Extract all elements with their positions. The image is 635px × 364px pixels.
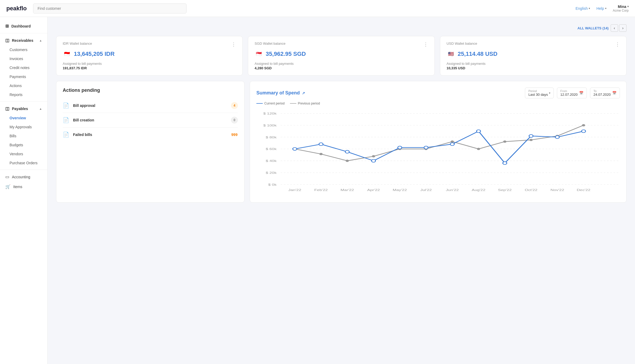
sidebar-item-overview[interactable]: Overview — [5, 113, 47, 122]
idr-flag-icon: 🇮🇩 — [63, 51, 71, 57]
wallet-card-idr: IDR Wallet balance ⋮ 🇮🇩 13,645,205 IDR A… — [56, 36, 243, 76]
sidebar-item-reports[interactable]: Reports — [5, 90, 47, 99]
sidebar-item-accounting[interactable]: ▭ Accounting — [0, 172, 47, 182]
wallet-idr-amount: 🇮🇩 13,645,205 IDR — [63, 51, 236, 57]
wallet-sgd-amount: 🇸🇬 35,962.95 SGD — [255, 51, 428, 57]
svg-text:$ 80k: $ 80k — [266, 135, 277, 139]
wallet-card-usd: USD Wallet balance ⋮ 🇺🇸 25,114.48 USD As… — [440, 36, 627, 76]
svg-text:Aug'22: Aug'22 — [472, 188, 486, 192]
language-button[interactable]: English ▾ — [575, 6, 590, 11]
action-item-bill-creation[interactable]: 📄 Bill creation 0 — [63, 113, 238, 128]
app-container: peakflo English ▾ Help ▾ Mina ▾ Acme Cor… — [0, 0, 635, 364]
wallet-idr-more-icon[interactable]: ⋮ — [231, 42, 236, 47]
period-chevron-icon: ▾ — [549, 92, 550, 94]
svg-text:Dec'22: Dec'22 — [577, 188, 591, 192]
bill-approval-badge: 4 — [231, 102, 238, 109]
failed-bills-badge: 999 — [231, 131, 238, 138]
wallet-idr-value: 13,645,205 IDR — [74, 51, 115, 57]
sidebar-item-actions[interactable]: Actions — [5, 81, 47, 90]
failed-bills-label: Failed bills — [73, 133, 227, 137]
legend-previous-period: Previous period — [290, 102, 320, 105]
wallet-next-button[interactable]: › — [619, 24, 627, 32]
period-value: Last 30 days — [528, 93, 548, 97]
grid-icon: ⊞ — [5, 24, 9, 29]
svg-text:$ 100k: $ 100k — [263, 124, 277, 127]
sidebar-item-my-approvals[interactable]: My Approvals — [5, 122, 47, 131]
svg-text:$ 120k: $ 120k — [263, 112, 277, 115]
from-date-control[interactable]: From 12.07.2020 📅 — [557, 88, 587, 98]
payables-collapse-icon: ▲ — [39, 107, 42, 110]
search-box[interactable] — [33, 3, 187, 13]
wallet-idr-label: IDR Wallet balance — [63, 42, 92, 46]
wallet-usd-label: USD Wallet balance — [447, 42, 477, 46]
user-chevron-icon: ▾ — [627, 5, 629, 8]
receivables-subnav: Customers Invoices Credit notes Payments… — [0, 45, 47, 99]
curr-dot-jun — [424, 146, 428, 149]
search-input[interactable] — [33, 3, 187, 13]
wallet-cards: IDR Wallet balance ⋮ 🇮🇩 13,645,205 IDR A… — [56, 36, 627, 76]
wallet-sgd-bill-amount: 4,280 SGD — [255, 66, 428, 70]
action-item-failed-bills[interactable]: 📄 Failed bills 999 — [63, 128, 238, 142]
chart-card: Summary of Spend ↗ Period Last 30 days ▾ — [250, 81, 627, 203]
legend-previous-label: Previous period — [298, 102, 320, 105]
sidebar-section-receivables[interactable]: ◫ Receivables ▲ — [0, 35, 47, 45]
user-name[interactable]: Mina ▾ — [618, 4, 629, 9]
bill-creation-label: Bill creation — [73, 118, 227, 122]
to-value: 24.07.2020 — [593, 93, 611, 97]
main-layout: ⊞ Dashboard ◫ Receivables ▲ Customers In… — [0, 17, 635, 364]
svg-text:$ 60k: $ 60k — [266, 147, 277, 151]
sgd-flag-icon: 🇸🇬 — [255, 51, 263, 57]
svg-text:$ 20k: $ 20k — [266, 171, 277, 174]
legend-current-label: Current period — [264, 102, 285, 105]
external-link-icon[interactable]: ↗ — [302, 91, 305, 95]
svg-text:May'22: May'22 — [393, 188, 407, 192]
legend-current-line — [256, 103, 263, 104]
curr-dot-aug — [477, 130, 480, 133]
sidebar-item-bills[interactable]: Bills — [5, 131, 47, 140]
failed-bills-icon: 📄 — [63, 131, 69, 138]
sidebar-item-payments[interactable]: Payments — [5, 72, 47, 81]
sidebar-item-credit-notes[interactable]: Credit notes — [5, 63, 47, 72]
all-wallets-label[interactable]: ALL WALLETS (14) — [578, 26, 609, 30]
prev-dot-jul — [451, 140, 454, 143]
payables-icon: ◫ — [5, 106, 9, 111]
sidebar-item-customers[interactable]: Customers — [5, 45, 47, 54]
chart-legend: Current period Previous period — [256, 102, 620, 105]
wallet-sgd-more-icon[interactable]: ⋮ — [423, 42, 428, 47]
svg-text:Jun'22: Jun'22 — [446, 188, 459, 192]
svg-text:Nov'22: Nov'22 — [551, 188, 564, 192]
chart-controls: Period Last 30 days ▾ From 12.07.2020 — [525, 88, 620, 98]
chart-title: Summary of Spend ↗ — [256, 90, 305, 96]
help-label: Help — [596, 6, 604, 11]
period-select[interactable]: Period Last 30 days ▾ — [525, 88, 554, 98]
wallet-prev-button[interactable]: ‹ — [611, 24, 618, 32]
curr-dot-jan — [293, 148, 297, 151]
wallet-usd-more-icon[interactable]: ⋮ — [615, 42, 620, 47]
language-label: English — [575, 6, 588, 11]
wallet-card-usd-header: USD Wallet balance ⋮ — [447, 42, 620, 47]
wallet-sgd-value: 35,962.95 SGD — [266, 51, 306, 57]
prev-dot-oct — [529, 139, 533, 141]
curr-dot-dec — [582, 130, 586, 133]
legend-current-period: Current period — [256, 102, 285, 105]
action-item-bill-approval[interactable]: 📄 Bill approval 4 — [63, 98, 238, 113]
bill-approval-icon: 📄 — [63, 102, 69, 109]
sidebar-item-budgets[interactable]: Budgets — [5, 140, 47, 149]
help-button[interactable]: Help ▾ — [596, 6, 606, 11]
actions-pending-card: Actions pending 📄 Bill approval 4 📄 Bill… — [56, 81, 244, 203]
sidebar-item-dashboard[interactable]: ⊞ Dashboard — [0, 21, 47, 31]
svg-text:Sep'22: Sep'22 — [498, 188, 512, 192]
curr-dot-jul — [450, 143, 454, 146]
curr-dot-sep — [503, 162, 507, 165]
sidebar-item-purchase-orders[interactable]: Purchase Orders — [5, 158, 47, 167]
chart-header: Summary of Spend ↗ Period Last 30 days ▾ — [256, 88, 620, 98]
to-date-control[interactable]: To 24.07.2020 📅 — [590, 88, 620, 98]
wallet-usd-value: 25,114.48 USD — [458, 51, 497, 57]
sidebar-section-payables[interactable]: ◫ Payables ▲ — [0, 104, 47, 113]
sidebar-item-vendors[interactable]: Vendors — [5, 149, 47, 158]
sidebar-item-invoices[interactable]: Invoices — [5, 54, 47, 63]
language-chevron-icon: ▾ — [589, 7, 590, 10]
prev-dot-feb — [319, 153, 323, 155]
svg-text:Jan'22: Jan'22 — [288, 188, 301, 192]
sidebar-item-items[interactable]: 🛒 Items — [0, 182, 47, 192]
